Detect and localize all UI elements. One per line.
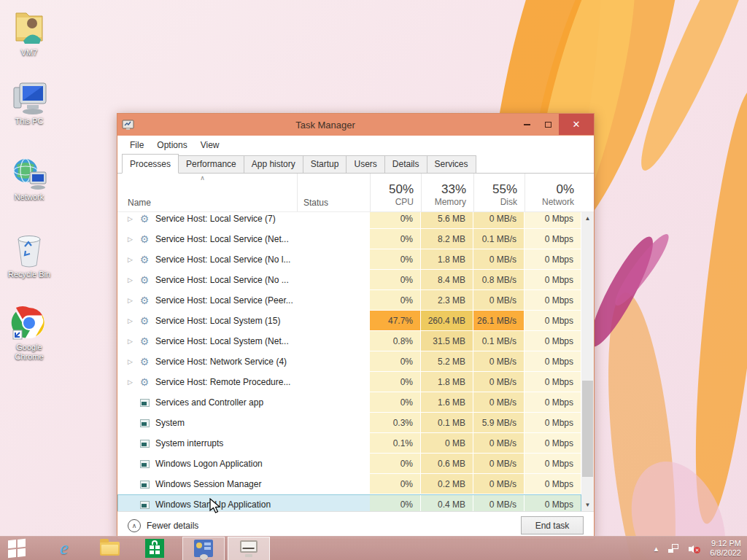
desktop-icon-recycle-bin[interactable]: Recycle Bin — [1, 232, 57, 279]
tab-app-history[interactable]: App history — [244, 155, 303, 173]
maximize-button[interactable] — [538, 117, 559, 133]
process-name-cell: Services and Controller app — [117, 392, 297, 413]
disk-cell: 0 MB/s — [473, 474, 525, 494]
process-row[interactable]: ▷⚙Service Host: Network Service (4)0%5.2… — [117, 351, 581, 372]
tab-details[interactable]: Details — [384, 155, 427, 173]
status-cell — [297, 351, 370, 372]
scrollbar-thumb[interactable] — [582, 381, 593, 477]
taskbar-clock[interactable]: 9:12 PM 6/8/2022 — [710, 539, 741, 558]
tab-users[interactable]: Users — [346, 155, 384, 173]
app-window-icon — [138, 481, 151, 489]
taskbar-task-manager[interactable] — [228, 537, 270, 560]
desktop-icon-label: Recycle Bin — [1, 270, 57, 279]
process-row[interactable]: ▷⚙Service Host: Local Service (Peer...0%… — [117, 290, 581, 311]
column-header-name[interactable]: ∧ Name — [117, 174, 297, 211]
status-cell — [297, 249, 370, 270]
expand-chevron-icon[interactable]: ▷ — [128, 276, 138, 284]
tab-processes[interactable]: Processes — [122, 154, 179, 174]
process-row[interactable]: System0.3%0.1 MB5.9 MB/s0 Mbps — [117, 413, 581, 433]
status-cell — [297, 311, 370, 331]
fewer-details-toggle[interactable]: Fewer details — [147, 521, 198, 531]
taskbar-internet-explorer[interactable]: e — [47, 537, 82, 560]
scrollbar-track[interactable] — [581, 225, 594, 499]
status-cell — [297, 392, 370, 413]
process-row[interactable]: System interrupts0.1%0 MB0 MB/s0 Mbps — [117, 433, 581, 454]
start-button[interactable] — [0, 537, 34, 560]
app-window-icon — [138, 419, 151, 427]
tab-startup[interactable]: Startup — [303, 155, 347, 173]
expand-chevron-icon[interactable]: ▷ — [128, 358, 138, 365]
memory-total-percent: 33% — [441, 182, 466, 197]
status-cell — [297, 331, 370, 351]
window-titlebar[interactable]: Task Manager ✕ — [117, 114, 594, 136]
close-button[interactable]: ✕ — [559, 114, 594, 135]
process-row[interactable]: ▷⚙Service Host: Local System (15)47.7%26… — [117, 311, 581, 331]
process-row[interactable]: Services and Controller app0%1.6 MB0 MB/… — [117, 392, 581, 413]
tab-services[interactable]: Services — [427, 155, 476, 173]
cpu-total-percent: 50% — [389, 182, 414, 197]
column-header-disk[interactable]: 55% Disk — [473, 174, 525, 211]
menu-options[interactable]: Options — [150, 137, 193, 153]
process-row[interactable]: Windows Start-Up Application0%0.4 MB0 MB… — [117, 494, 581, 511]
process-row[interactable]: ▷⚙Service Host: Local Service (7)0%5.6 M… — [117, 212, 581, 229]
minimize-button[interactable] — [516, 117, 538, 133]
disk-cell: 0 MB/s — [473, 290, 525, 311]
end-task-button[interactable]: End task — [521, 516, 584, 534]
scroll-down-button[interactable]: ▼ — [581, 499, 594, 511]
user-folder-icon — [10, 7, 48, 47]
process-row[interactable]: ▷⚙Service Host: Local Service (Net...0%8… — [117, 229, 581, 249]
menu-view[interactable]: View — [194, 137, 226, 153]
cpu-cell: 0.3% — [370, 413, 421, 433]
taskbar-file-explorer[interactable] — [92, 537, 127, 560]
desktop-icon-this-pc[interactable]: This PC — [1, 82, 57, 126]
memory-cell: 0.6 MB — [421, 454, 473, 474]
expand-chevron-icon[interactable]: ▷ — [128, 256, 138, 263]
expand-chevron-icon[interactable]: ▷ — [128, 236, 138, 243]
process-name-cell: ▷⚙Service Host: Local System (Net... — [117, 331, 297, 351]
network-globe-icon — [9, 156, 49, 191]
expand-chevron-icon[interactable]: ▷ — [128, 378, 138, 386]
volume-muted-icon: ✕ — [689, 543, 700, 553]
network-cell: 0 Mbps — [525, 331, 581, 351]
process-row[interactable]: ▷⚙Service Host: Local Service (No l...0%… — [117, 249, 581, 270]
desktop-icon-network[interactable]: Network — [1, 156, 57, 202]
taskbar-control-panel[interactable] — [182, 537, 225, 560]
desktop-icon-google-chrome[interactable]: Google Chrome — [1, 305, 57, 362]
network-tray-icon[interactable] — [668, 544, 678, 553]
app-window-icon — [138, 460, 151, 468]
vertical-scrollbar[interactable]: ▲ ▼ — [581, 212, 594, 511]
column-header-cpu[interactable]: 50% CPU — [370, 174, 421, 211]
column-header-network[interactable]: 0% Network — [525, 174, 581, 211]
process-row[interactable]: ▷⚙Service Host: Local System (Net...0.8%… — [117, 331, 581, 351]
expand-chevron-icon[interactable]: ▷ — [128, 297, 138, 304]
expand-chevron-icon[interactable]: ▷ — [128, 215, 138, 222]
column-header-status[interactable]: Status — [297, 174, 370, 211]
column-header-memory[interactable]: 33% Memory — [421, 174, 473, 211]
scroll-up-button[interactable]: ▲ — [581, 212, 594, 225]
show-hidden-icons-button[interactable]: ▴ — [654, 544, 659, 553]
status-cell — [297, 433, 370, 454]
app-window-icon — [138, 501, 151, 509]
process-row[interactable]: Windows Logon Application0%0.6 MB0 MB/s0… — [117, 454, 581, 474]
tab-performance[interactable]: Performance — [178, 155, 244, 173]
process-row[interactable]: ▷⚙Service Host: Local Service (No ...0%8… — [117, 270, 581, 290]
network-cell: 0 Mbps — [525, 433, 581, 454]
network-cell: 0 Mbps — [525, 474, 581, 494]
process-row[interactable]: Windows Session Manager0%0.2 MB0 MB/s0 M… — [117, 474, 581, 494]
desktop-icon-vm7[interactable]: VM7 — [1, 7, 57, 58]
expand-chevron-icon[interactable]: ▷ — [128, 317, 138, 324]
status-cell — [297, 474, 370, 494]
desktop-icon-label: Network — [1, 192, 57, 202]
process-name-cell: ▷⚙Service Host: Local System (15) — [117, 311, 297, 331]
minimize-icon — [524, 124, 530, 125]
memory-cell: 0 MB — [421, 433, 473, 454]
menu-file[interactable]: File — [123, 137, 150, 153]
sort-ascending-icon: ∧ — [200, 174, 205, 182]
process-name-cell: Windows Logon Application — [117, 454, 297, 474]
task-manager-taskbar-icon — [239, 540, 258, 557]
process-row[interactable]: ▷⚙Service Host: Remote Procedure...0%1.8… — [117, 372, 581, 392]
volume-tray-icon[interactable]: ✕ — [689, 543, 700, 553]
taskbar-store[interactable] — [137, 537, 172, 560]
mouse-cursor — [209, 498, 223, 514]
expand-chevron-icon[interactable]: ▷ — [128, 338, 138, 345]
